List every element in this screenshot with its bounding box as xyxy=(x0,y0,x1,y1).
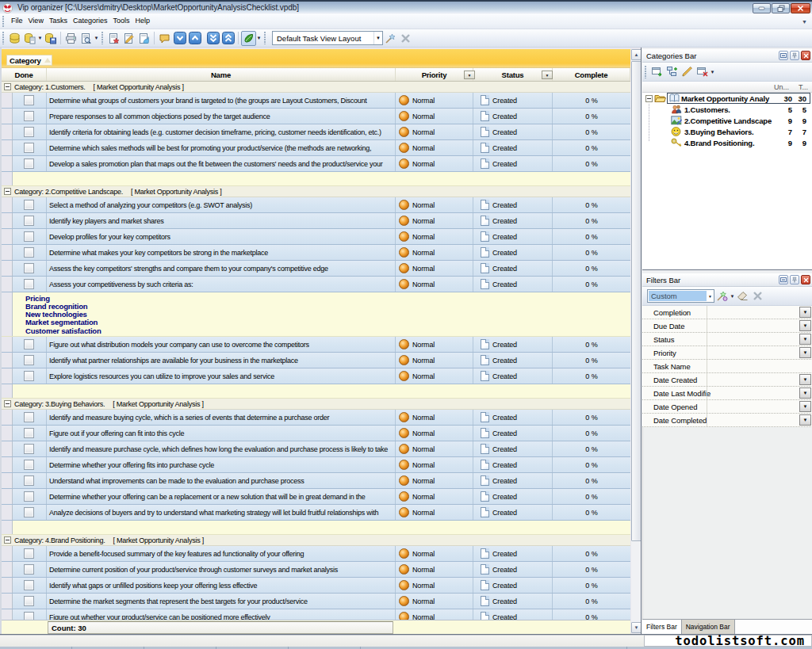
print-button[interactable] xyxy=(63,31,79,46)
task-checkbox[interactable] xyxy=(24,355,34,365)
task-checkbox[interactable] xyxy=(24,111,34,121)
task-row[interactable]: Analyze decisions of buyers and try to u… xyxy=(2,505,630,521)
open-database-button[interactable] xyxy=(7,31,22,46)
filter-dropdown-button[interactable]: ▼ xyxy=(799,387,811,399)
category-tree-item[interactable]: 1.Customers.55 xyxy=(642,104,812,115)
comment-button[interactable] xyxy=(157,31,172,46)
task-checkbox[interactable] xyxy=(24,95,34,105)
category-tree-item[interactable]: Market Opportunity Analy3030 xyxy=(642,93,812,104)
task-checkbox[interactable] xyxy=(24,200,34,210)
collapse-icon[interactable] xyxy=(4,188,11,195)
column-header-status[interactable]: Status xyxy=(473,68,553,81)
layout-combo[interactable]: Default Task View Layout▼ xyxy=(272,31,383,45)
new-subcategory-button[interactable] xyxy=(665,64,680,79)
task-row[interactable]: Determine whether your offering can be a… xyxy=(2,489,630,505)
task-row[interactable]: Provide a benefit-focused summary of the… xyxy=(2,546,630,562)
menu-tasks[interactable]: Tasks xyxy=(46,13,70,29)
filter-row[interactable]: Date Opened▼ xyxy=(642,400,812,414)
toolbar-overflow-chevron-icon[interactable]: ▼ xyxy=(802,19,807,25)
task-row[interactable]: Determine what groups of customers your … xyxy=(2,93,630,109)
task-checkbox[interactable] xyxy=(24,475,34,486)
task-row[interactable]: Understand what improvements can be made… xyxy=(2,473,630,489)
task-row[interactable]: Assess your competitiveness by such crit… xyxy=(2,277,630,292)
task-checkbox[interactable] xyxy=(24,491,34,502)
delete-category-button[interactable] xyxy=(695,64,710,79)
task-checkbox[interactable] xyxy=(24,507,34,517)
task-checkbox[interactable] xyxy=(24,279,34,289)
panel-close-button[interactable] xyxy=(801,275,810,284)
task-checkbox[interactable] xyxy=(24,412,34,422)
delete-layout-button[interactable] xyxy=(398,31,413,46)
filter-row[interactable]: Date Completed▼ xyxy=(642,414,812,427)
menu-categories[interactable]: Categories xyxy=(70,13,110,29)
filter-dropdown-button[interactable]: ▼ xyxy=(799,414,811,426)
move-to-top-button[interactable] xyxy=(220,31,236,46)
task-checkbox[interactable] xyxy=(24,216,34,226)
task-checkbox[interactable] xyxy=(24,339,34,349)
move-down-button[interactable] xyxy=(172,31,187,46)
task-row[interactable]: Figure out if your offering can fit into… xyxy=(2,426,630,441)
task-row[interactable]: Develop a sales promotion plan that maps… xyxy=(2,156,630,172)
menu-file[interactable]: File xyxy=(9,13,26,29)
column-header-name[interactable]: Name xyxy=(47,68,396,81)
task-checkbox[interactable] xyxy=(24,371,34,381)
task-row[interactable]: Identify what gaps or unfilled positions… xyxy=(2,578,630,594)
task-checkbox[interactable] xyxy=(24,247,34,258)
menu-view[interactable]: View xyxy=(25,13,46,29)
category-group-row[interactable]: Category: 1.Customers.[ Market Opportuni… xyxy=(2,82,630,93)
delete-category-button-dropdown[interactable]: ▼ xyxy=(710,64,715,79)
move-up-button[interactable] xyxy=(187,31,202,46)
task-tree-view-button-dropdown[interactable]: ▼ xyxy=(256,31,262,46)
filter-row[interactable]: Task Name xyxy=(642,360,812,373)
uncompleted-column-header[interactable]: Un... xyxy=(774,83,789,91)
task-row[interactable]: Figure out what distribution models your… xyxy=(2,337,630,353)
filter-row[interactable]: Completion▼ xyxy=(642,306,812,319)
save-database-button[interactable] xyxy=(43,31,58,46)
apply-filter-button[interactable] xyxy=(714,288,730,304)
task-checkbox[interactable] xyxy=(24,444,34,454)
task-row[interactable]: Determine what makes your key competitor… xyxy=(2,245,630,261)
panel-close-button[interactable] xyxy=(801,51,810,60)
task-row[interactable]: Identify and measure purchase cycle, whi… xyxy=(2,441,630,457)
category-tree-item[interactable]: 2.Competitive Landscape99 xyxy=(642,115,812,126)
panel-pin-button[interactable] xyxy=(790,51,799,60)
task-tree-view-button[interactable] xyxy=(241,31,256,46)
column-header-done[interactable]: Done xyxy=(2,68,47,81)
task-checkbox[interactable] xyxy=(24,127,34,137)
task-row[interactable]: Develop profiles for your key competitor… xyxy=(2,229,630,245)
task-checkbox[interactable] xyxy=(24,428,34,438)
duplicate-task-button[interactable] xyxy=(136,31,151,46)
task-checkbox[interactable] xyxy=(24,548,34,559)
task-row[interactable]: Identify and measure buying cycle, which… xyxy=(2,410,630,426)
edit-category-button[interactable] xyxy=(680,64,695,79)
column-header-priority[interactable]: Priority xyxy=(396,68,473,81)
category-tree-item[interactable]: 3.Buying Behaviors.77 xyxy=(642,126,812,137)
panel-pin-button[interactable] xyxy=(790,275,799,284)
edit-layout-button[interactable] xyxy=(383,31,398,46)
layout-combo-dropdown-icon[interactable]: ▼ xyxy=(373,32,382,44)
clear-filter-button[interactable] xyxy=(735,288,750,304)
total-column-header[interactable]: T... xyxy=(799,83,808,91)
panel-hide-button[interactable] xyxy=(779,275,788,284)
task-row[interactable]: Select a method of analyzing your compet… xyxy=(2,197,630,213)
collapse-icon[interactable] xyxy=(4,400,11,407)
group-by-category[interactable]: Category xyxy=(6,55,52,66)
filter-dropdown-button[interactable]: ▼ xyxy=(799,320,811,331)
restore-button[interactable] xyxy=(772,3,790,13)
task-row[interactable]: Explore logistics resources you can util… xyxy=(2,368,630,384)
tab-filters-bar[interactable]: Filters Bar xyxy=(642,620,682,634)
task-row[interactable]: Identify key players and market sharesNo… xyxy=(2,213,630,229)
collapse-icon[interactable] xyxy=(4,536,11,544)
task-checkbox[interactable] xyxy=(24,231,34,242)
filter-row[interactable]: Date Last Modifie▼ xyxy=(642,387,812,400)
task-checkbox[interactable] xyxy=(24,596,34,606)
panel-hide-button[interactable] xyxy=(779,51,788,60)
apply-filter-button-dropdown[interactable]: ▼ xyxy=(730,288,735,304)
filter-row[interactable]: Priority▼ xyxy=(642,346,812,360)
task-row[interactable]: Identify criteria for obtaining leads (e… xyxy=(2,124,630,140)
filter-dropdown-button[interactable]: ▼ xyxy=(799,334,811,345)
task-row[interactable]: Determine whether your offering fits int… xyxy=(2,457,630,473)
task-checkbox[interactable] xyxy=(24,158,34,169)
category-group-row[interactable]: Category: 3.Buying Behaviors.[ Market Op… xyxy=(2,399,630,410)
print-preview-button-dropdown[interactable]: ▼ xyxy=(94,31,99,46)
